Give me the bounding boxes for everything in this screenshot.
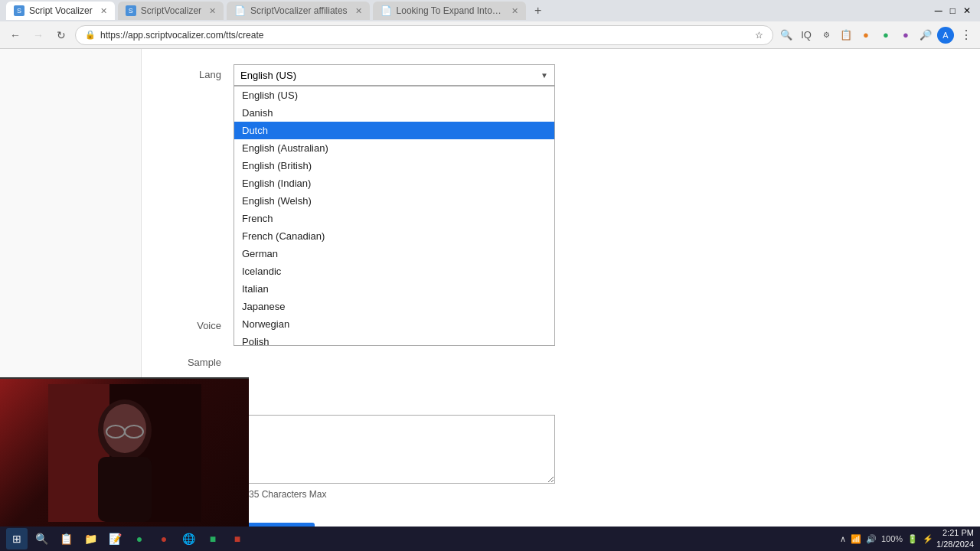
back-button[interactable]: ← xyxy=(6,26,24,44)
webcam-svg xyxy=(48,384,201,522)
chevron-up-icon[interactable]: ∧ xyxy=(840,534,846,544)
extension-icons: 🔍 IQ ⚙ 📋 ● ● ● 🔎 A ⋮ xyxy=(778,27,974,44)
ext-icon-3[interactable]: ⚙ xyxy=(818,27,835,44)
dropdown-item-english-us[interactable]: English (US) xyxy=(234,86,554,104)
dropdown-item-norwegian[interactable]: Norwegian xyxy=(234,315,554,333)
start-button[interactable]: ⊞ xyxy=(6,528,28,549)
dropdown-item-english-british[interactable]: English (British) xyxy=(234,157,554,174)
taskbar-files[interactable]: 📁 xyxy=(80,528,101,549)
tab-close-3[interactable]: ✕ xyxy=(355,6,362,16)
ext-icon-4[interactable]: 📋 xyxy=(838,27,854,44)
lang-label: Lang xyxy=(172,64,234,80)
tab-title-2: ScriptVocalizer xyxy=(141,5,201,16)
webcam-feed xyxy=(0,379,249,527)
battery-text: 100% xyxy=(881,534,903,543)
lang-select[interactable]: English (US) ▼ xyxy=(234,64,555,86)
taskbar-clock[interactable]: 2:21 PM 1/28/2024 xyxy=(936,527,974,551)
tab-title-4: Looking To Expand Into Web Ma... xyxy=(397,5,504,16)
language-dropdown[interactable]: English (US)DanishDutchEnglish (Australi… xyxy=(234,86,555,346)
app3-icon: ■ xyxy=(210,533,216,545)
dropdown-item-japanese[interactable]: Japanese xyxy=(234,298,554,315)
svg-rect-3 xyxy=(98,457,152,522)
dropdown-item-english-indian[interactable]: English (Indian) xyxy=(234,174,554,192)
webcam-overlay xyxy=(0,377,249,527)
ext-icon-2[interactable]: IQ xyxy=(798,27,815,44)
close-button[interactable]: ✕ xyxy=(963,5,971,16)
taskbar-app4[interactable]: ■ xyxy=(227,528,248,549)
lang-selected-value: English (US) xyxy=(240,70,296,81)
text-row: Text 65535 Characters Max xyxy=(172,415,949,500)
taskbar: ⊞ 🔍 📋 📁 📝 ● ● 🌐 ■ ■ ∧ 📶 🔊 100% 🔋 ⚡ 2:21 … xyxy=(0,527,980,551)
dropdown-item-italian[interactable]: Italian xyxy=(234,280,554,298)
main-content: Lang English (US) ▼ English (US)DanishDu… xyxy=(142,49,980,527)
speaker-icon: 🔊 xyxy=(866,534,877,544)
dropdown-item-dutch[interactable]: Dutch xyxy=(234,122,554,139)
tab-script-vocalizer-1[interactable]: S Script Vocalizer ✕ xyxy=(6,2,115,20)
browser-nav-bar: ← → ↻ 🔒 https://app.scriptvocalizer.com/… xyxy=(0,21,980,49)
tab-title-1: Script Vocalizer xyxy=(29,5,93,16)
dropdown-item-english-welsh[interactable]: English (Welsh) xyxy=(234,192,554,210)
maximize-button[interactable]: □ xyxy=(950,5,956,16)
ext-icon-7[interactable]: ● xyxy=(897,27,914,44)
taskbar-app1[interactable]: ● xyxy=(129,528,150,549)
taskbar-app3[interactable]: ■ xyxy=(202,528,224,549)
lang-dropdown-arrow: ▼ xyxy=(541,71,548,80)
dropdown-item-icelandic[interactable]: Icelandic xyxy=(234,262,554,280)
app1-icon: ● xyxy=(136,533,142,545)
network-icon: 📶 xyxy=(851,534,861,544)
tab-close-2[interactable]: ✕ xyxy=(209,6,216,16)
notes-icon: 📝 xyxy=(109,533,122,545)
dropdown-item-french-canadian[interactable]: French (Canadian) xyxy=(234,227,554,245)
ext-icon-5[interactable]: ● xyxy=(858,27,874,44)
dropdown-item-polish[interactable]: Polish xyxy=(234,333,554,346)
taskbar-browser[interactable]: 🌐 xyxy=(178,528,199,549)
tab-favicon-3: 📄 xyxy=(234,5,246,16)
dropdown-item-french[interactable]: French xyxy=(234,210,554,227)
taskbar-app2[interactable]: ● xyxy=(153,528,175,549)
lang-select-wrapper: English (US) ▼ English (US)DanishDutchEn… xyxy=(234,64,555,86)
browser-icon: 🌐 xyxy=(182,533,195,545)
minimize-button[interactable]: ─ xyxy=(935,5,942,17)
battery-icon: 🔋 xyxy=(907,534,918,544)
dropdown-item-english-australian[interactable]: English (Australian) xyxy=(234,139,554,157)
forward-button[interactable]: → xyxy=(29,26,47,44)
menu-button[interactable]: ⋮ xyxy=(957,27,974,44)
clock-time: 2:21 PM xyxy=(936,527,974,539)
tab-favicon-4: 📄 xyxy=(381,5,392,16)
taskbar-notes[interactable]: 📝 xyxy=(104,528,126,549)
power-icon: ⚡ xyxy=(923,534,933,544)
form-section: Lang English (US) ▼ English (US)DanishDu… xyxy=(172,64,949,527)
tab-script-vocalizer-2[interactable]: S ScriptVocalizer ✕ xyxy=(118,2,224,20)
tab-close-1[interactable]: ✕ xyxy=(100,6,107,16)
tab-close-4[interactable]: ✕ xyxy=(511,6,518,16)
dropdown-item-german[interactable]: German xyxy=(234,245,554,262)
reload-button[interactable]: ↻ xyxy=(52,26,70,44)
bookmark-icon[interactable]: ☆ xyxy=(755,30,763,41)
text-input[interactable] xyxy=(234,415,555,484)
clock-date: 1/28/2024 xyxy=(936,539,974,550)
taskbar-search[interactable]: 🔍 xyxy=(31,528,52,549)
lang-row: Lang English (US) ▼ English (US)DanishDu… xyxy=(172,64,949,86)
taskbar-taskview[interactable]: 📋 xyxy=(55,528,77,549)
browser-title-bar: S Script Vocalizer ✕ S ScriptVocalizer ✕… xyxy=(0,0,980,21)
lock-icon: 🔒 xyxy=(85,30,96,40)
voice-label: Voice xyxy=(172,315,234,331)
tab-scriptvocalizer-affiliates[interactable]: 📄 ScriptVocalizer affiliates ✕ xyxy=(227,2,370,20)
sample-label: Sample xyxy=(172,352,234,368)
char-limit-text: 65535 Characters Max xyxy=(234,489,555,500)
taskview-icon: 📋 xyxy=(60,533,73,545)
windows-icon: ⊞ xyxy=(12,533,21,545)
ext-icon-1[interactable]: 🔍 xyxy=(778,27,795,44)
address-bar[interactable]: 🔒 https://app.scriptvocalizer.com/tts/cr… xyxy=(75,25,773,45)
url-text: https://app.scriptvocalizer.com/tts/crea… xyxy=(100,30,263,41)
profile-icon[interactable]: A xyxy=(937,27,954,44)
dropdown-item-danish[interactable]: Danish xyxy=(234,104,554,122)
ext-icon-6[interactable]: ● xyxy=(877,27,894,44)
new-tab-button[interactable]: + xyxy=(529,2,547,20)
ext-icon-8[interactable]: 🔎 xyxy=(917,27,934,44)
storage-row: Storage xyxy=(172,383,949,399)
tab-favicon-2: S xyxy=(126,5,136,16)
svg-point-4 xyxy=(103,404,146,453)
tab-looking-expand[interactable]: 📄 Looking To Expand Into Web Ma... ✕ xyxy=(373,2,526,20)
system-tray: ∧ 📶 🔊 100% 🔋 ⚡ xyxy=(840,534,933,544)
